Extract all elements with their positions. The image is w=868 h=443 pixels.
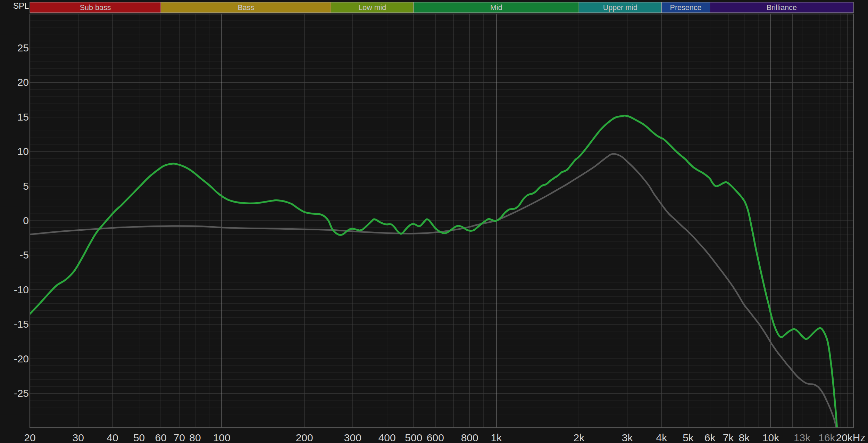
svg-text:70: 70 <box>174 432 185 443</box>
svg-text:-20: -20 <box>14 353 29 364</box>
svg-text:30: 30 <box>73 432 84 443</box>
svg-text:Presence: Presence <box>670 3 702 12</box>
svg-text:400: 400 <box>378 432 396 443</box>
svg-text:100: 100 <box>213 432 231 443</box>
svg-text:80: 80 <box>189 432 201 443</box>
svg-text:40: 40 <box>107 432 118 443</box>
svg-text:200: 200 <box>296 432 313 443</box>
svg-text:600: 600 <box>427 432 444 443</box>
svg-text:1k: 1k <box>491 432 502 443</box>
svg-text:SPL: SPL <box>13 1 29 10</box>
svg-text:7k: 7k <box>723 432 734 443</box>
svg-text:5k: 5k <box>683 432 694 443</box>
svg-text:-10: -10 <box>14 284 29 295</box>
svg-text:4k: 4k <box>656 432 668 443</box>
svg-text:25: 25 <box>17 42 29 54</box>
svg-text:20: 20 <box>17 76 29 88</box>
svg-text:Low mid: Low mid <box>358 3 386 12</box>
svg-text:50: 50 <box>133 432 145 443</box>
svg-text:Upper mid: Upper mid <box>603 3 637 12</box>
svg-text:-15: -15 <box>14 318 29 330</box>
svg-text:20: 20 <box>24 432 35 443</box>
svg-text:-25: -25 <box>14 387 29 399</box>
svg-text:2k: 2k <box>573 432 585 443</box>
svg-text:Mid: Mid <box>490 3 502 12</box>
svg-text:Bass: Bass <box>237 3 254 12</box>
svg-text:800: 800 <box>461 432 478 443</box>
svg-text:300: 300 <box>344 432 361 443</box>
svg-text:10: 10 <box>17 146 29 157</box>
svg-text:16k: 16k <box>818 432 835 443</box>
svg-text:20kHz: 20kHz <box>836 432 865 443</box>
svg-text:13k: 13k <box>794 432 811 443</box>
svg-text:10k: 10k <box>762 432 779 443</box>
svg-text:-5: -5 <box>19 249 29 261</box>
svg-text:3k: 3k <box>622 432 633 443</box>
svg-text:Sub bass: Sub bass <box>80 3 111 12</box>
svg-text:5: 5 <box>23 180 29 192</box>
svg-text:500: 500 <box>405 432 422 443</box>
svg-text:Brilliance: Brilliance <box>767 3 797 12</box>
svg-text:0: 0 <box>23 215 29 226</box>
svg-text:6k: 6k <box>704 432 716 443</box>
svg-text:60: 60 <box>155 432 167 443</box>
svg-text:15: 15 <box>17 111 29 123</box>
svg-text:8k: 8k <box>739 432 750 443</box>
